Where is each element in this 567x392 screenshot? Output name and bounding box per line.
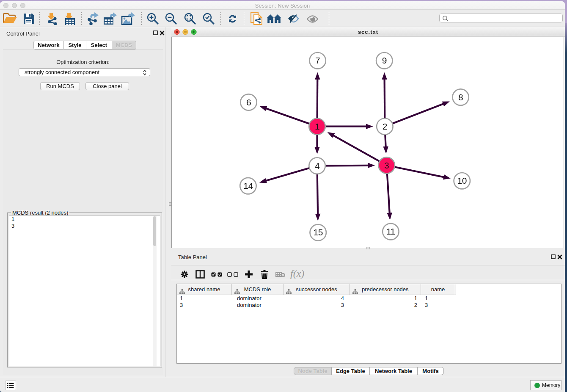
svg-text:2: 2: [383, 121, 387, 131]
svg-text:6: 6: [246, 97, 251, 107]
svg-text:1: 1: [315, 121, 319, 131]
svg-text:3: 3: [384, 160, 389, 170]
svg-text:10: 10: [457, 176, 467, 185]
svg-text:14: 14: [243, 181, 253, 190]
svg-text:11: 11: [386, 226, 395, 236]
svg-text:15: 15: [314, 227, 323, 237]
svg-text:9: 9: [382, 55, 387, 65]
svg-text:4: 4: [315, 161, 320, 171]
svg-text:7: 7: [315, 55, 320, 65]
svg-text:8: 8: [458, 92, 463, 102]
